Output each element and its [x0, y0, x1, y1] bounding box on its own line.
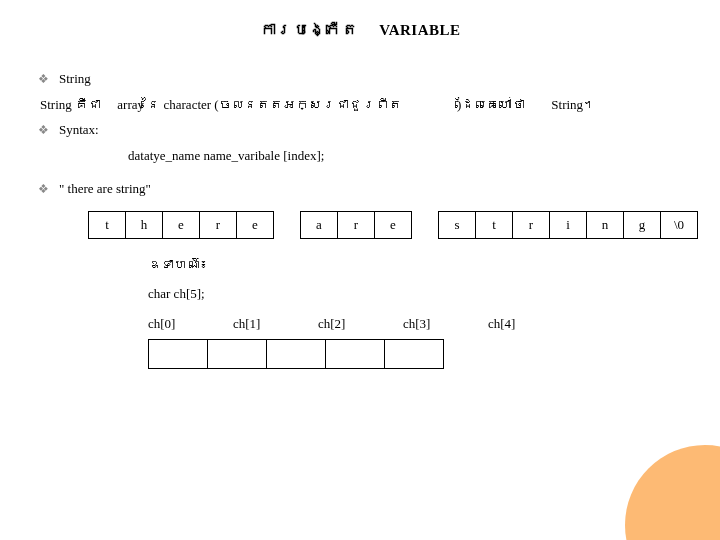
- blank-cell: [326, 340, 385, 369]
- string-description: String គឺជា array នៃ character (ចលនតតអក្…: [40, 95, 720, 115]
- diamond-bullet-icon: ❖: [38, 180, 49, 198]
- diamond-bullet-icon: ❖: [38, 121, 49, 139]
- desc-end: String។: [551, 97, 596, 112]
- idx-label: ch[3]: [403, 314, 488, 334]
- blank-cell: [267, 340, 326, 369]
- bullet-example-string: ❖ " there are string": [38, 179, 720, 199]
- char-cell: a: [301, 211, 338, 238]
- bullet-string: ❖ String: [38, 69, 720, 89]
- index-row: ch[0] ch[1] ch[2] ch[3] ch[4]: [148, 314, 720, 334]
- blank-cell: [208, 340, 267, 369]
- gap-cell: [274, 211, 301, 238]
- idx-label: ch[2]: [318, 314, 403, 334]
- example-block: ឧទាហណ៍៖ char ch[5];: [148, 255, 720, 304]
- char-cell: e: [163, 211, 200, 238]
- idx-label: ch[4]: [488, 314, 573, 334]
- char-cell: r: [513, 211, 550, 238]
- char-cell: t: [89, 211, 126, 238]
- desc-prefix: String គឺជា: [40, 97, 101, 112]
- blank-array-table: [148, 339, 444, 369]
- char-cell: i: [550, 211, 587, 238]
- char-array-table: t h e r e a r e s t r i n g \0: [88, 211, 698, 239]
- diamond-bullet-icon: ❖: [38, 70, 49, 88]
- syntax-code-line: datatye_name name_varibale [index];: [128, 146, 720, 166]
- desc-mid: array នៃ character (ចលនតតអក្សរជាជួរពីត: [117, 97, 401, 112]
- char-cell: s: [439, 211, 476, 238]
- blank-cell: [385, 340, 444, 369]
- gap-cell: [412, 211, 439, 238]
- title-right: VARIABLE: [379, 22, 460, 38]
- content-block: ❖ String String គឺជា array នៃ character …: [38, 69, 720, 369]
- bullet-example-label: " there are string": [59, 179, 151, 199]
- decorative-circle: [625, 445, 720, 540]
- char-cell: r: [338, 211, 375, 238]
- table-row: t h e r e a r e s t r i n g \0: [89, 211, 698, 238]
- char-cell: t: [476, 211, 513, 238]
- desc-paren: )ដែលគេហៅថា: [457, 97, 525, 112]
- char-cell: \0: [661, 211, 698, 238]
- page-title: ការបង្កើត VARIABLE: [0, 22, 720, 39]
- bullet-syntax: ❖ Syntax:: [38, 120, 720, 140]
- char-cell: n: [587, 211, 624, 238]
- title-left: ការបង្កើត: [260, 22, 359, 38]
- bullet-string-label: String: [59, 69, 91, 89]
- bullet-syntax-label: Syntax:: [59, 120, 99, 140]
- blank-cell: [149, 340, 208, 369]
- char-cell: e: [375, 211, 412, 238]
- char-cell: r: [200, 211, 237, 238]
- idx-label: ch[0]: [148, 314, 233, 334]
- example-decl: char ch[5];: [148, 284, 720, 304]
- table-row: [149, 340, 444, 369]
- char-cell: h: [126, 211, 163, 238]
- char-cell: g: [624, 211, 661, 238]
- example-label: ឧទាហណ៍៖: [148, 255, 720, 275]
- idx-label: ch[1]: [233, 314, 318, 334]
- char-cell: e: [237, 211, 274, 238]
